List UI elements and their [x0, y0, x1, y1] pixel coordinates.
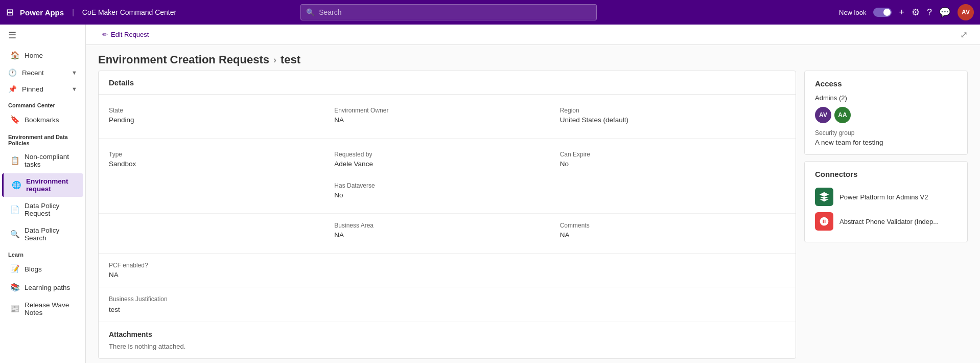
comments-field: Comments NA — [560, 218, 785, 245]
security-group-label: Security group — [815, 129, 957, 137]
breadcrumb: Environment Creation Requests › test — [86, 45, 980, 71]
region-value: United States (default) — [560, 116, 785, 124]
sidebar-label-learning-paths: Learning paths — [25, 284, 70, 291]
comments-value: NA — [560, 231, 785, 239]
sidebar-item-pinned[interactable]: 📌 Pinned ▼ — [0, 81, 85, 97]
two-col-layout: Details State Pending Environment Owner … — [86, 71, 980, 363]
requested-by-value: Adele Vance — [334, 160, 559, 168]
sidebar-item-bookmarks[interactable]: 🔖 Bookmarks — [2, 111, 83, 128]
nav-divider: | — [72, 8, 74, 16]
sidebar-item-recent[interactable]: 🕐 Recent ▼ — [0, 64, 85, 81]
new-look-toggle[interactable] — [873, 8, 892, 17]
breadcrumb-current: test — [281, 53, 300, 66]
sidebar-item-release-wave[interactable]: 📰 Release Wave Notes — [2, 297, 83, 321]
edit-request-button[interactable]: ✏ Edit Request — [98, 29, 153, 40]
biz-justification-section: Business Justification test — [99, 287, 796, 322]
connector-power-platform: Power Platform for Admins V2 — [815, 185, 957, 209]
sidebar-item-home[interactable]: 🏠 Home — [2, 47, 83, 64]
requested-by-label: Requested by — [334, 151, 559, 158]
data-policy-req-icon: 📄 — [10, 205, 19, 214]
type-field: Type Sandbox — [109, 147, 334, 174]
expand-icon[interactable]: ⤢ — [960, 29, 968, 40]
pinned-icon: 📌 — [8, 85, 17, 93]
connector-power-platform-name: Power Platform for Admins V2 — [839, 193, 928, 201]
sidebar-item-data-policy-search[interactable]: 🔍 Data Policy Search — [2, 222, 83, 246]
attachments-title: Attachments — [109, 330, 785, 338]
business-area-field: Business Area NA — [334, 218, 559, 245]
settings-icon[interactable]: ⚙ — [912, 7, 920, 18]
sidebar: ☰ 🏠 Home 🕐 Recent ▼ 📌 Pinned ▼ Command C… — [0, 25, 86, 363]
admin-avatars: AV AA — [815, 107, 957, 123]
sidebar-item-blogs[interactable]: 📝 Blogs — [2, 260, 83, 278]
access-card: Access Admins (2) AV AA Security group A… — [804, 71, 968, 155]
env-policies-label: Environment and Data Policies — [0, 129, 85, 148]
connectors-title: Connectors — [815, 170, 957, 178]
comments-label: Comments — [560, 222, 785, 229]
admin-avatar-av-initials: AV — [819, 111, 827, 119]
user-avatar[interactable]: AV — [958, 4, 974, 20]
release-wave-icon: 📰 — [10, 304, 19, 313]
admins-row: Admins (2) — [815, 94, 957, 102]
attachments-section: Attachments There is nothing attached. — [99, 322, 796, 358]
env-owner-field: Environment Owner NA — [334, 103, 559, 130]
biz-justification-value: test — [109, 306, 785, 313]
sidebar-item-non-compliant[interactable]: 📋 Non-compliant tasks — [2, 149, 83, 172]
sidebar-label-data-policy-search: Data Policy Search — [25, 226, 75, 242]
pcf-label: PCF enabled? — [109, 262, 785, 269]
can-expire-label: Can Expire — [560, 151, 785, 158]
can-expire-value: No — [560, 160, 785, 168]
sidebar-label-home: Home — [25, 52, 43, 59]
sidebar-item-learning-paths[interactable]: 📚 Learning paths — [2, 279, 83, 296]
attachments-empty: There is nothing attached. — [109, 343, 785, 350]
edit-icon: ✏ — [102, 31, 108, 38]
details-card: Details State Pending Environment Owner … — [98, 71, 796, 359]
search-icon: 🔍 — [306, 8, 315, 16]
top-nav: ⊞ Power Apps | CoE Maker Command Center … — [0, 0, 980, 25]
sidebar-item-env-request[interactable]: 🌐 Environment request — [2, 173, 83, 197]
sidebar-label-non-compliant: Non-compliant tasks — [25, 153, 75, 168]
details-row-3: Has Dataverse No — [99, 174, 796, 214]
chat-icon[interactable]: 💬 — [939, 7, 950, 18]
sidebar-label-env-request: Environment request — [26, 177, 75, 193]
requested-by-field: Requested by Adele Vance — [334, 147, 559, 174]
sidebar-label-recent: Recent — [22, 69, 44, 77]
main-layout: ☰ 🏠 Home 🕐 Recent ▼ 📌 Pinned ▼ Command C… — [0, 25, 980, 363]
sidebar-toggle[interactable]: ☰ — [0, 25, 85, 46]
sidebar-item-data-policy-req[interactable]: 📄 Data Policy Request — [2, 198, 83, 221]
breadcrumb-parent[interactable]: Environment Creation Requests — [98, 53, 269, 66]
data-policy-search-icon: 🔍 — [10, 230, 19, 239]
env-owner-value: NA — [334, 116, 559, 124]
admins-count: Admins (2) — [815, 94, 847, 102]
business-area-label: Business Area — [334, 222, 559, 229]
search-box[interactable]: 🔍 — [300, 4, 597, 20]
top-nav-right: New look + ⚙ ? 💬 AV — [839, 4, 974, 20]
search-input[interactable] — [319, 8, 591, 16]
sidebar-label-bookmarks: Bookmarks — [25, 116, 59, 124]
pcf-section: PCF enabled? NA — [99, 254, 796, 287]
edit-label: Edit Request — [111, 31, 149, 38]
has-dataverse-field: Has Dataverse No — [334, 178, 559, 205]
details-section-title: Details — [99, 71, 796, 95]
env-request-icon: 🌐 — [12, 180, 21, 190]
security-group-value: A new team for testing — [815, 139, 957, 146]
grid-icon[interactable]: ⊞ — [6, 7, 14, 18]
add-icon[interactable]: + — [899, 7, 904, 18]
state-label: State — [109, 107, 334, 114]
connectors-card: Connectors Power Platform for Admins V2 — [804, 161, 968, 242]
help-icon[interactable]: ? — [927, 7, 932, 18]
breadcrumb-separator: › — [273, 55, 276, 65]
command-center-label: Command Center — [0, 97, 85, 110]
connector-abstract-phone-icon — [815, 212, 833, 231]
admin-avatar-aa-initials: AA — [838, 111, 847, 119]
blogs-icon: 📝 — [10, 264, 19, 274]
details-row-2: Type Sandbox Requested by Adele Vance Ca… — [99, 139, 796, 174]
biz-justification-label: Business Justification — [109, 296, 785, 303]
home-icon: 🏠 — [10, 51, 19, 60]
sidebar-label-pinned: Pinned — [22, 85, 43, 93]
pcf-value: NA — [109, 271, 785, 279]
details-row-4: Business Area NA Comments NA — [99, 214, 796, 254]
new-look-label: New look — [839, 9, 866, 16]
env-owner-label: Environment Owner — [334, 107, 559, 114]
has-dataverse-label: Has Dataverse — [334, 182, 559, 189]
sidebar-label-data-policy-req: Data Policy Request — [25, 202, 75, 217]
